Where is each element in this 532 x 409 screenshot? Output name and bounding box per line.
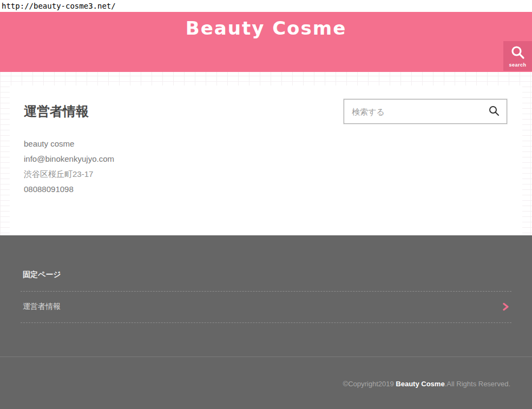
footer-pages-widget: 固定ページ 運営者情報: [21, 235, 511, 323]
page: http://beauty-cosme3.net/ Beauty Cosme s…: [0, 0, 532, 409]
search-icon: [510, 45, 525, 61]
footer-widget-title: 固定ページ: [21, 270, 511, 292]
header-search-button[interactable]: search: [503, 41, 532, 71]
info-line-email: info@binokenkyujyo.com: [24, 151, 508, 167]
info-line-phone: 08088091098: [24, 182, 508, 197]
info-line-address: 渋谷区桜丘町23-17: [24, 167, 508, 182]
chevron-right-icon: [502, 302, 509, 311]
search-icon: [488, 105, 500, 118]
main-content: 運営者情報 beauty cosme info@binokenkyujyo.co…: [0, 72, 532, 235]
search-form: [344, 99, 507, 124]
site-footer: 固定ページ 運営者情報 ©Copyright2019 Beauty Cosme.…: [0, 235, 532, 409]
info-line-site-name: beauty cosme: [24, 136, 508, 151]
copyright-prefix: ©Copyright2019: [343, 380, 396, 388]
copyright: ©Copyright2019 Beauty Cosme.All Rights R…: [0, 357, 532, 388]
browser-address-bar[interactable]: http://beauty-cosme3.net/: [0, 0, 532, 12]
search-input[interactable]: [344, 100, 485, 123]
copyright-suffix: .All Rights Reserved.: [445, 380, 510, 388]
footer-link-label: 運営者情報: [23, 302, 61, 312]
copyright-brand: Beauty Cosme: [396, 380, 444, 388]
site-title[interactable]: Beauty Cosme: [0, 12, 532, 39]
footer-link-operator-info[interactable]: 運営者情報: [21, 292, 511, 323]
content-card: 運営者情報 beauty cosme info@binokenkyujyo.co…: [10, 85, 522, 235]
operator-info: beauty cosme info@binokenkyujyo.com 渋谷区桜…: [24, 136, 508, 197]
search-submit-button[interactable]: [485, 105, 507, 118]
url-text: http://beauty-cosme3.net/: [2, 2, 116, 10]
header-search-label: search: [509, 62, 526, 68]
site-header: Beauty Cosme search: [0, 12, 532, 72]
